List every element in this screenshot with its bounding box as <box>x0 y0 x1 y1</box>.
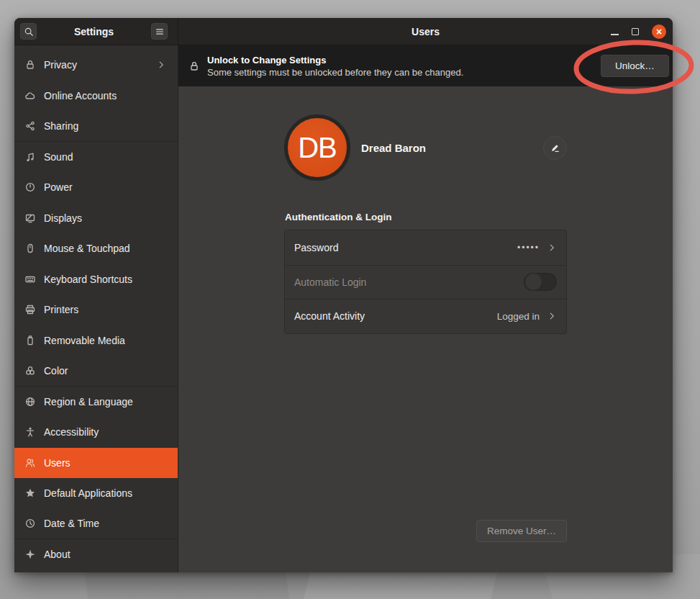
sidebar-item-online-accounts[interactable]: Online Accounts <box>14 81 178 112</box>
user-avatar[interactable]: DB <box>284 114 350 181</box>
sidebar-item-power[interactable]: Power <box>14 172 178 203</box>
search-icon <box>24 27 34 37</box>
mouse-icon <box>24 243 36 254</box>
cloud-icon <box>24 90 36 102</box>
sidebar-item-label: Sound <box>44 151 166 163</box>
sidebar-item-label: Color <box>44 365 166 377</box>
media-icon <box>24 335 36 346</box>
password-label: Password <box>294 242 338 253</box>
unlock-title: Unlock to Change Settings <box>207 55 463 66</box>
sidebar-item-users[interactable]: Users <box>14 448 178 479</box>
sidebar-title: Settings <box>37 26 151 37</box>
sound-icon <box>24 151 36 163</box>
lock-icon <box>188 60 200 72</box>
toggle-knob <box>524 273 542 291</box>
unlock-subtitle: Some settings must be unlocked before th… <box>207 67 463 78</box>
unlock-infobar-text: Unlock to Change Settings Some settings … <box>207 55 463 78</box>
password-masked-value: ••••• <box>517 243 540 253</box>
main-panel: Unlock to Change Settings Some settings … <box>178 45 673 572</box>
account-activity-row[interactable]: Account Activity Logged in <box>285 299 566 333</box>
sidebar-item-label: Power <box>44 181 166 193</box>
edit-name-button[interactable] <box>543 136 567 160</box>
sidebar-item-region-language[interactable]: Region & Language <box>14 387 178 418</box>
sidebar-header: Settings <box>14 18 178 45</box>
primary-menu-button[interactable] <box>151 23 168 40</box>
pencil-icon <box>550 143 560 153</box>
display-icon <box>24 212 36 224</box>
search-button[interactable] <box>20 23 37 40</box>
account-activity-label: Account Activity <box>294 310 365 322</box>
password-row[interactable]: Password ••••• <box>285 230 566 265</box>
automatic-login-toggle[interactable] <box>524 273 557 291</box>
sidebar-item-label: Printers <box>44 304 166 315</box>
globe-icon <box>24 396 36 407</box>
star-icon <box>24 487 36 499</box>
page-title: Users <box>178 26 673 37</box>
unlock-infobar: Unlock to Change Settings Some settings … <box>178 45 673 86</box>
automatic-login-row: Automatic Login <box>285 265 566 300</box>
sidebar-item-color[interactable]: Color <box>14 356 178 387</box>
sidebar-item-date-time[interactable]: Date & Time <box>14 509 178 540</box>
sidebar-item-label: Users <box>44 457 166 469</box>
sidebar-item-sound[interactable]: Sound <box>14 142 178 173</box>
auth-section-title: Authentication & Login <box>285 212 391 222</box>
sidebar-item-label: Date & Time <box>44 518 166 529</box>
lock-icon <box>24 59 36 71</box>
share-icon <box>24 120 36 132</box>
accessibility-icon <box>24 426 36 438</box>
sidebar-item-printers[interactable]: Printers <box>14 294 178 325</box>
sidebar-item-label: Keyboard Shortcuts <box>44 274 166 285</box>
window-controls: × <box>611 24 673 39</box>
sidebar-item-mouse-touchpad[interactable]: Mouse & Touchpad <box>14 233 178 264</box>
clock-icon <box>24 518 36 529</box>
wallpaper-shape <box>83 569 290 599</box>
printer-icon <box>24 304 36 315</box>
account-activity-value: Logged in <box>497 311 540 322</box>
sidebar-item-label: Accessibility <box>44 426 166 438</box>
sidebar-item-accessibility[interactable]: Accessibility <box>14 417 178 448</box>
sidebar-item-label: Removable Media <box>44 335 166 346</box>
sidebar-item-sharing[interactable]: Sharing <box>14 111 178 142</box>
automatic-login-label: Automatic Login <box>294 276 366 288</box>
sidebar-item-label: Online Accounts <box>44 90 166 102</box>
chevron-right-icon <box>547 243 557 253</box>
chevron-right-icon <box>156 60 166 70</box>
sidebar-item-displays[interactable]: Displays <box>14 203 178 234</box>
user-identity-row: DB Dread Baron <box>284 114 567 181</box>
auth-settings-list: Password ••••• Automatic Login Account A… <box>284 230 567 334</box>
sidebar-item-removable-media[interactable]: Removable Media <box>14 325 178 356</box>
sidebar-item-about[interactable]: About <box>14 539 178 570</box>
user-full-name: Dread Baron <box>361 142 426 154</box>
unlock-button[interactable]: Unlock… <box>601 55 669 77</box>
avatar-initials: DB <box>298 132 337 164</box>
main-header: Users × <box>178 18 673 45</box>
hamburger-menu-icon <box>155 27 165 37</box>
close-icon: × <box>656 27 662 37</box>
sidebar-item-label: Mouse & Touchpad <box>44 243 166 254</box>
settings-window: Settings Users × PrivacyOnline AccountsS… <box>14 18 673 572</box>
users-icon <box>24 457 36 469</box>
power-icon <box>24 181 36 193</box>
sidebar-item-label: Region & Language <box>44 396 166 407</box>
sparkle-icon <box>24 549 36 560</box>
sidebar-item-label: About <box>44 549 166 560</box>
sidebar-item-label: Default Applications <box>44 487 166 499</box>
sidebar-item-keyboard-shortcuts[interactable]: Keyboard Shortcuts <box>14 264 178 295</box>
maximize-button[interactable] <box>632 28 639 35</box>
sidebar-item-label: Privacy <box>44 59 156 71</box>
keyboard-icon <box>24 274 36 285</box>
sidebar-item-default-applications[interactable]: Default Applications <box>14 478 178 509</box>
sidebar-item-label: Displays <box>44 212 166 224</box>
color-icon <box>24 365 36 377</box>
sidebar-item-label: Sharing <box>44 120 166 132</box>
chevron-right-icon <box>547 311 557 321</box>
minimize-button[interactable] <box>611 34 619 35</box>
sidebar-item-privacy[interactable]: Privacy <box>14 50 178 81</box>
close-button[interactable]: × <box>652 24 666 39</box>
remove-user-button[interactable]: Remove User… <box>476 520 567 542</box>
sidebar-nav: PrivacyOnline AccountsSharingSoundPowerD… <box>14 45 178 572</box>
